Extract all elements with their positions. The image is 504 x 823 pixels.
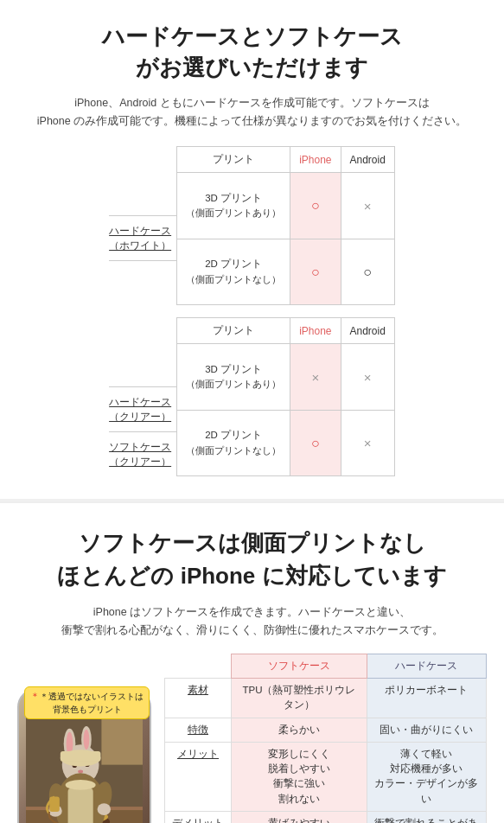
svg-rect-26 [61, 751, 101, 762]
comp-row-soft: 柔らかい [232, 718, 367, 742]
comp-row-hard: ポリカーボネート [367, 679, 486, 718]
svg-point-22 [98, 803, 112, 815]
svg-rect-18 [68, 788, 93, 823]
table1-row2-android: ○ [341, 239, 394, 305]
comp-row-label: 素材 [165, 679, 232, 718]
note-badge: ＊＊透過ではないイラストは 背景色もプリント [24, 686, 150, 718]
svg-point-11 [84, 730, 90, 750]
table1-col-print: プリント [177, 147, 290, 173]
table1-row2-iphone: ○ [290, 239, 341, 305]
comp-header-hard: ハードケース [367, 654, 486, 679]
comp-row-soft: 変形しにくく脱着しやすい衝撃に強い割れない [232, 742, 367, 811]
table2-row-labels: ハードケース（クリアー） ソフトケース（クリアー） [109, 354, 176, 476]
note-badge-star: ＊ [30, 691, 40, 701]
table2-row1-print: 3D プリント（側面プリントあり） [177, 344, 290, 411]
comp-row-label: メリット [165, 742, 232, 811]
table1-wrapper: ハードケース（ホワイト） プリント iPhone Android 3D プリント… [17, 146, 487, 305]
table2-label2: ソフトケース（クリアー） [109, 440, 171, 469]
comp-row-hard: 衝撃で割れることがある滑りやすいプリントが剥がれやすい [367, 811, 486, 823]
section1-desc: iPhone、Android ともにハードケースを作成可能です。ソフトケースは … [17, 94, 487, 131]
comp-row-label: デメリット [165, 811, 232, 823]
table-row: 2D プリント（側面プリントなし） ○ × [177, 410, 395, 476]
table2-wrapper: ハードケース（クリアー） ソフトケース（クリアー） プリント iPhone An… [17, 317, 487, 476]
comp-header-soft: ソフトケース [232, 654, 367, 679]
comp-table-row: 特徴 柔らかい 固い・曲がりにくい [165, 718, 487, 742]
svg-point-16 [78, 770, 83, 774]
phone-image-col: ＊＊透過ではないイラストは 背景色もプリント [17, 654, 164, 823]
table1: プリント iPhone Android 3D プリント（側面プリントあり） ○ … [176, 146, 395, 305]
section1: ハードケースとソフトケースがお選びいただけます iPhone、Android と… [0, 0, 504, 499]
table2-col-iphone: iPhone [290, 318, 341, 344]
table2-row1-iphone: × [290, 344, 341, 411]
comparison-table: ソフトケース ハードケース 素材 TPU（熱可塑性ポリウレタン） ポリカーボネー… [164, 654, 487, 823]
comp-row-soft: 黄ばみやすいボタンが硬い多少厚みがある [232, 811, 367, 823]
table2-row1-android: × [341, 344, 394, 411]
table2: プリント iPhone Android 3D プリント（側面プリントあり） × … [176, 317, 395, 476]
table1-row1-iphone: ○ [290, 173, 341, 239]
table-row: 3D プリント（側面プリントあり） ○ × [177, 173, 395, 239]
comp-table-row: メリット 変形しにくく脱着しやすい衝撃に強い割れない 薄くて軽い対応機種が多いカ… [165, 742, 487, 811]
table-row: 2D プリント（側面プリントなし） ○ ○ [177, 239, 395, 305]
table2-col-print: プリント [177, 318, 290, 344]
comparison-col: ソフトケース ハードケース 素材 TPU（熱可塑性ポリウレタン） ポリカーボネー… [164, 654, 487, 823]
comp-row-soft: TPU（熱可塑性ポリウレタン） [232, 679, 367, 718]
table2-row2-print: 2D プリント（側面プリントなし） [177, 410, 290, 476]
note-badge-text1: ＊透過ではないイラストは [40, 692, 144, 701]
section2: ソフトケースは側面プリントなしほとんどの iPhone に対応しています iPh… [0, 501, 504, 823]
comp-table-row: 素材 TPU（熱可塑性ポリウレタン） ポリカーボネート [165, 679, 487, 718]
bottom-area: ＊＊透過ではないイラストは 背景色もプリント [17, 654, 487, 823]
section1-title: ハードケースとソフトケースがお選びいただけます [17, 21, 487, 84]
table2-label1: ハードケース（クリアー） [109, 395, 171, 424]
note-badge-text2: 背景色もプリント [53, 705, 122, 714]
table1-row2-print: 2D プリント（側面プリントなし） [177, 239, 290, 305]
table2-row2-android: × [341, 410, 394, 476]
section2-desc: iPhone はソフトケースを作成できます。ハードケースと違い、 衝撃で割れる心… [17, 603, 487, 641]
table1-row-labels: ハードケース（ホワイト） [109, 182, 176, 305]
comp-row-hard: 固い・曲がりにくい [367, 718, 486, 742]
svg-point-24 [66, 780, 96, 790]
table1-col-iphone: iPhone [290, 147, 341, 173]
table-row: 3D プリント（側面プリントあり） × × [177, 344, 395, 411]
table2-col-android: Android [341, 318, 394, 344]
comp-table-row: デメリット 黄ばみやすいボタンが硬い多少厚みがある 衝撃で割れることがある滑りや… [165, 811, 487, 823]
table1-row1-print: 3D プリント（側面プリントあり） [177, 173, 290, 239]
table1-col-android: Android [341, 147, 394, 173]
comp-row-hard: 薄くて軽い対応機種が多いカラー・デザインが多い [367, 742, 486, 811]
table2-row2-iphone: ○ [290, 410, 341, 476]
comp-row-label: 特徴 [165, 718, 232, 742]
table1-row1-android: × [341, 173, 394, 239]
table1-label1: ハードケース（ホワイト） [109, 224, 171, 253]
section2-title: ソフトケースは側面プリントなしほとんどの iPhone に対応しています [17, 527, 487, 592]
